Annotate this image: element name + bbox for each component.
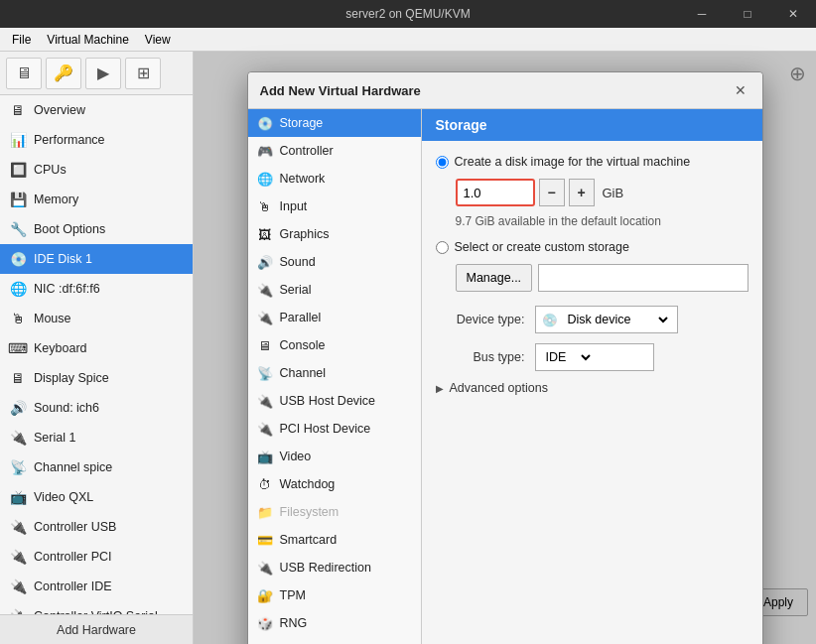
sidebar-item-boot-options[interactable]: 🔧 Boot Options — [0, 214, 193, 244]
disk-size-input[interactable] — [456, 179, 535, 206]
right-panel: ⊕ Remove Apply Add New Virtual Hardware … — [194, 52, 816, 644]
serial-list-icon: 🔌 — [256, 281, 274, 299]
modal-list-item-console[interactable]: 🖥 Console — [248, 331, 421, 359]
ctrl-virtio-icon: 🔌 — [8, 606, 28, 614]
sidebar-item-sound[interactable]: 🔊 Sound: ich6 — [0, 393, 193, 423]
sidebar-label-mouse: Mouse — [34, 312, 71, 325]
sidebar-item-ctrl-virtio[interactable]: 🔌 Controller VirtIO Serial — [0, 601, 193, 614]
modal-list-item-rng[interactable]: 🎲 RNG — [248, 609, 421, 637]
decrement-btn[interactable]: − — [539, 179, 565, 206]
increment-btn[interactable]: + — [569, 179, 595, 206]
sidebar-label-serial: Serial 1 — [34, 431, 75, 445]
display-spice-icon: 🖥 — [8, 368, 28, 388]
sidebar-label-sound: Sound: ich6 — [34, 401, 99, 415]
minimize-btn[interactable]: ─ — [679, 0, 725, 28]
sidebar-item-cpus[interactable]: 🔲 CPUs — [0, 155, 193, 185]
sidebar-label-overview: Overview — [34, 103, 85, 117]
title-bar: server2 on QEMU/KVM ─ □ ✕ — [0, 0, 816, 28]
sidebar-item-video-qxl[interactable]: 📺 Video QXL — [0, 482, 193, 512]
modal-section-header: Storage — [422, 109, 762, 141]
modal-list-item-serial[interactable]: 🔌 Serial — [248, 276, 421, 304]
modal-list-item-channel[interactable]: 📡 Channel — [248, 359, 421, 387]
modal-list-item-parallel[interactable]: 🔌 Parallel — [248, 304, 421, 331]
mouse-icon: 🖱 — [8, 309, 28, 328]
modal-list-item-tpm[interactable]: 🔐 TPM — [248, 581, 421, 609]
device-type-select[interactable]: 💿 Disk device CD/DVD device Floppy devic… — [535, 306, 678, 333]
radio-custom-label[interactable]: Select or create custom storage — [455, 240, 629, 254]
modal-list-item-usb-host[interactable]: 🔌 USB Host Device — [248, 387, 421, 415]
modal-form: Create a disk image for the virtual mach… — [422, 141, 762, 644]
sidebar-item-overview[interactable]: 🖥 Overview — [0, 95, 193, 125]
advanced-options-label: Advanced options — [450, 381, 548, 395]
app-body: 🖥 🔑 ▶ ⊞ 🖥 Overview 📊 Performance 🔲 CPUs … — [0, 52, 816, 644]
menu-file[interactable]: File — [4, 31, 39, 49]
radio-row-custom: Select or create custom storage — [436, 240, 748, 254]
maximize-btn[interactable]: □ — [725, 0, 770, 28]
sidebar-item-ctrl-pci[interactable]: 🔌 Controller PCI — [0, 542, 193, 572]
sidebar-item-memory[interactable]: 💾 Memory — [0, 185, 193, 214]
keyboard-icon: ⌨ — [8, 338, 28, 358]
close-window-btn[interactable]: ✕ — [770, 0, 816, 28]
sidebar-label-ctrl-ide: Controller IDE — [34, 580, 112, 593]
sidebar-item-mouse[interactable]: 🖱 Mouse — [0, 304, 193, 333]
sidebar-item-ctrl-ide[interactable]: 🔌 Controller IDE — [0, 572, 193, 601]
modal-list-item-video[interactable]: 📺 Video — [248, 443, 421, 470]
sidebar-item-ide-disk[interactable]: 💿 IDE Disk 1 — [0, 244, 193, 274]
modal-title: Add New Virtual Hardware — [260, 83, 421, 98]
console-toolbar-btn[interactable]: 🔑 — [46, 58, 81, 89]
toolbar: 🖥 🔑 ▶ ⊞ — [0, 52, 193, 95]
radio-create-label[interactable]: Create a disk image for the virtual mach… — [455, 155, 691, 169]
ide-disk-icon: 💿 — [8, 249, 28, 269]
ctrl-pci-icon: 🔌 — [8, 547, 28, 567]
sidebar-item-ctrl-usb[interactable]: 🔌 Controller USB — [0, 512, 193, 542]
unit-label: GiB — [603, 186, 624, 200]
menu-virtual-machine[interactable]: Virtual Machine — [39, 31, 137, 49]
title-bar-controls: ─ □ ✕ — [679, 0, 816, 28]
modal-list-item-watchdog[interactable]: ⏱ Watchdog — [248, 470, 421, 498]
sidebar-item-display-spice[interactable]: 🖥 Display Spice — [0, 363, 193, 393]
modal-list-item-smartcard[interactable]: 💳 Smartcard — [248, 526, 421, 554]
modal-list-item-input[interactable]: 🖱 Input — [248, 193, 421, 220]
smartcard-list-icon: 💳 — [256, 531, 274, 549]
modal-list-item-graphics[interactable]: 🖼 Graphics — [248, 220, 421, 248]
modal-list-item-storage[interactable]: 💿 Storage — [248, 109, 421, 137]
nav-list: 🖥 Overview 📊 Performance 🔲 CPUs 💾 Memory… — [0, 95, 193, 614]
modal-list-item-panic[interactable]: ⚠ Panic Notifier — [248, 637, 421, 644]
manage-button[interactable]: Manage... — [456, 264, 533, 292]
menu-view[interactable]: View — [137, 31, 179, 49]
manage-path-input[interactable] — [538, 264, 748, 292]
modal-list-item-pci-host[interactable]: 🔌 PCI Host Device — [248, 415, 421, 443]
bus-type-label: Bus type: — [436, 350, 525, 364]
channel-list-icon: 📡 — [256, 364, 274, 382]
add-hardware-button[interactable]: Add Hardware — [0, 614, 193, 644]
bus-type-select[interactable]: IDE SATA SCSI USB VirtIO — [535, 343, 654, 371]
sidebar-item-performance[interactable]: 📊 Performance — [0, 125, 193, 155]
sidebar-item-channel[interactable]: 📡 Channel spice — [0, 452, 193, 482]
bus-type-dropdown[interactable]: IDE SATA SCSI USB VirtIO — [542, 349, 594, 365]
radio-create-disk[interactable] — [436, 156, 449, 169]
bus-type-row: Bus type: IDE SATA SCSI USB VirtIO — [436, 343, 748, 371]
sidebar-item-nic[interactable]: 🌐 NIC :df:6f:f6 — [0, 274, 193, 304]
radio-custom-storage[interactable] — [436, 241, 449, 254]
tpm-list-icon: 🔐 — [256, 586, 274, 604]
advanced-options-row[interactable]: ▶ Advanced options — [436, 381, 748, 395]
modal-list-item-usb-redir[interactable]: 🔌 USB Redirection — [248, 554, 421, 581]
sidebar-label-memory: Memory — [34, 193, 78, 206]
window-title: server2 on QEMU/KVM — [345, 7, 470, 21]
pci-host-list-icon: 🔌 — [256, 420, 274, 438]
modal-list-item-controller[interactable]: 🎮 Controller — [248, 137, 421, 165]
run-toolbar-btn[interactable]: ▶ — [85, 58, 121, 89]
controller-list-icon: 🎮 — [256, 142, 274, 160]
manage-row: Manage... — [436, 264, 748, 292]
modal-list-item-sound[interactable]: 🔊 Sound — [248, 248, 421, 276]
watchdog-list-icon: ⏱ — [256, 475, 274, 493]
snapshot-toolbar-btn[interactable]: ⊞ — [125, 58, 161, 89]
sidebar-item-serial[interactable]: 🔌 Serial 1 — [0, 423, 193, 452]
overview-toolbar-btn[interactable]: 🖥 — [6, 58, 42, 89]
advanced-arrow-icon: ▶ — [436, 383, 444, 394]
device-type-dropdown[interactable]: Disk device CD/DVD device Floppy device — [564, 312, 671, 327]
modal-close-btn[interactable]: ✕ — [731, 80, 750, 100]
modal-list-item-network[interactable]: 🌐 Network — [248, 165, 421, 193]
sidebar-label-boot: Boot Options — [34, 222, 105, 236]
sidebar-item-keyboard[interactable]: ⌨ Keyboard — [0, 333, 193, 363]
